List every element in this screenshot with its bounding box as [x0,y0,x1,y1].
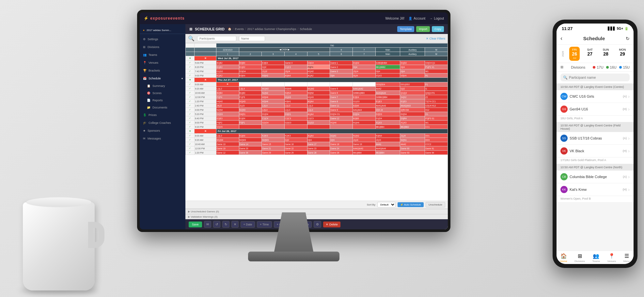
field-cell: R1 [425,74,448,78]
schedule-container[interactable]: 790 223/1013 ◀ CASH ▶ 6 7 [185,43,448,201]
phone-refresh-button[interactable]: ↻ [626,36,630,41]
game-item-2-team-a[interactable]: SS SSB U17/18 Cobras (A) › [557,132,634,145]
field-cell: Game 13 [216,142,239,146]
field-cell: E1|E3 [400,99,425,104]
sidebar-item-settings[interactable]: ⚙ Settings [140,35,185,43]
field-cell: AAA1|AA3 [375,104,400,108]
table-row: ✓ 1:20 PM Game 12 Game 36 Game 29 Game 2… [186,151,448,155]
field-cell: M1|M2 [307,87,330,91]
phone-divisions-toggle[interactable]: ⊞ Divisions 17U 16U 15U [557,63,634,72]
team-ssb-info: SSB U17/18 Cobras [570,136,602,140]
field-cell: M1|M4 [216,138,239,142]
field-cell: J3|J4 [353,69,376,74]
team-kats-logo: KK [560,186,568,193]
unscheduled-bar[interactable]: Unscheduled Games (0) [185,209,448,214]
field-cell: B2|B3 [353,116,376,121]
field-cell: AAA3|AA4 [375,146,400,151]
team-cbc-name: Columbia Bible College [570,175,607,179]
field-cell: D4|D1 [239,112,262,116]
unschedule-button[interactable]: Unschedule [426,202,445,207]
game-item-1-team-h[interactable]: G9 Gen94 U16 (H) › [557,103,634,116]
sidebar-sub-scores[interactable]: 🎯 Scores [140,90,185,97]
sidebar-item-divisions[interactable]: ⊞ Divisions [140,43,185,51]
add-date-button[interactable]: + Date [241,221,255,228]
team-vk-logo-icon: VK [562,149,566,153]
email-icon-button[interactable]: ✉ [204,221,211,228]
sidebar-item-teams[interactable]: 👥 Teams [140,51,185,59]
game-item-1-team-a[interactable]: CW CWC U16 Girls (A) › [557,90,634,103]
redo-button[interactable]: ↻ [222,221,229,228]
filter-icon: 🔍 [188,35,195,41]
sidebar-sub-summary[interactable]: 📋 Summary [140,82,185,90]
phone-nav-teams[interactable]: 👥 Teams [592,253,600,263]
validation-bar[interactable]: Validation Warnings (0) [185,214,448,219]
save-button[interactable]: Save [189,222,202,227]
add-time-button[interactable]: + Time [257,221,272,228]
game-item-3-team-h[interactable]: KK Kat's Krew (H) › [557,183,634,196]
phone-nav-venues[interactable]: 📍 Venues [607,253,616,263]
copy-button[interactable]: Copy [432,26,444,32]
sidebar-item-venues[interactable]: 📍 Venues [140,59,185,67]
name-input[interactable] [239,36,265,41]
template-button[interactable]: Template [397,26,415,32]
field-cell: Game 11 [330,104,353,108]
logout-link[interactable]: → Logout [429,17,444,20]
search-input[interactable] [197,36,236,41]
gear-button[interactable]: ⚙ [314,221,321,228]
date-option-fri[interactable]: FRI 26 Jul [569,47,580,61]
field-cell: I3|J4 [353,74,376,78]
monitor-screen: ⚡ exposureevents Welcome Jill! 👤 Account… [140,12,448,229]
field-cell: D1|D2 [353,61,376,65]
account-link[interactable]: 👤 Account [408,17,425,20]
day3-close-icon[interactable]: ✕ [195,129,216,134]
time-cell: 9:20 AM [195,138,216,142]
field-cell: N2|N4 [216,108,239,112]
date-option-sun[interactable]: SUN 28 [600,47,612,61]
table-row: ✓ 9:20 AM L1|L2 L3|L4 M1|M2 M3|M4 M1|M2 … [186,87,448,91]
phone-search-input[interactable] [560,74,630,81]
field-cell: C2|C3 [284,116,307,121]
sidebar-item-schedule[interactable]: 📅 Schedule [140,74,185,82]
phone-game-list: 10:50 AM PDT @ Langley Event Centre (Cen… [557,84,634,251]
game-3-pool-info: Women's Open, Pool B [557,196,634,203]
settings-icon-button[interactable]: ✕ [231,221,239,228]
field-cell: K1|K4 [239,134,262,138]
date-option-mon[interactable]: MON 29 [617,47,629,61]
phone-nav-home[interactable]: 🏠 Home [560,253,567,263]
field-cell: E1|E2 [239,65,262,69]
table-counter-row: 790 [186,43,448,48]
auto-schedule-button[interactable]: ⚡ Auto Schedule [398,202,424,207]
breadcrumb-sep3: / [298,27,299,31]
field-cell: Game 90 [400,146,425,151]
field-cell: W1 [425,121,448,125]
field-cell [330,125,353,129]
delete-button[interactable]: ✕ Delete [323,222,340,227]
phone-nav-divisions[interactable]: ⊞ Divisions [574,253,585,263]
field-cell: Game 5 [330,87,353,91]
day2-close-icon[interactable]: ✕ [195,78,216,82]
cash-section: ◀ CASH ▶ [239,48,330,52]
teams-icon: 👥 [143,53,147,57]
field-cell: J3|J4 [284,69,307,74]
field-cell: DD1|DD2 [400,82,425,87]
clear-filters[interactable]: ✕ Clear Filters [426,37,445,40]
sort-select[interactable]: Default [377,202,396,207]
game-item-2-team-h[interactable]: VK VK Black (H) › [557,145,634,157]
field-cell: Game 12 [216,151,239,155]
undo-button[interactable]: ↺ [213,221,220,228]
table-row: ✓ 6:20 PM E1|E2 E1|E2 I1|I2 C1|C2 F3|F4 … [186,65,448,69]
sidebar-item-brackets[interactable]: 🏆 Brackets [140,67,185,74]
field-cell: L3|L4 [239,87,262,91]
sponsors-label: Sponsors [148,129,160,132]
phone-nav-menu[interactable]: ☰ Menu [623,253,630,263]
summary-label: Summary [152,84,165,88]
game-item-3-team-a[interactable]: CB Columbia Bible College (A) › [557,171,634,183]
date-sat-name: SAT [587,48,593,51]
import-button[interactable]: Import [416,26,430,32]
field-cell: H12 [425,108,448,112]
day1-close-icon[interactable]: ✕ [195,56,216,61]
phone-back-button[interactable]: ‹ [560,35,562,42]
summary-icon: 📋 [147,84,150,88]
date-option-sat[interactable]: SAT 27 [585,47,595,61]
breadcrumb-events: Events [235,27,244,31]
